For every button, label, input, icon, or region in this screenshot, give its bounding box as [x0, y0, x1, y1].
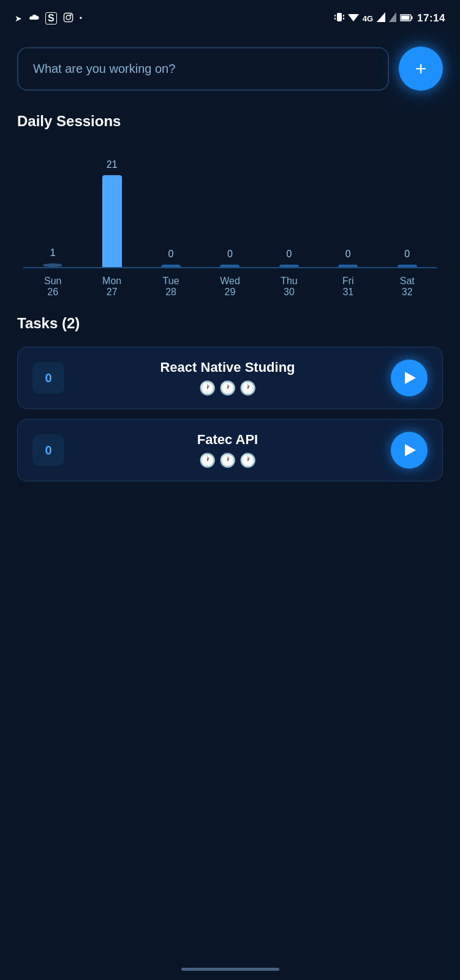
svg-rect-5 [343, 15, 344, 17]
bar-group-thu: 0 [260, 249, 319, 267]
svg-rect-7 [343, 18, 344, 20]
day-label-sun: Sun 26 [23, 276, 82, 298]
bottom-bar [0, 958, 460, 980]
day-name-thu: Thu [260, 276, 319, 287]
clock-icon-1b: 🕐 [219, 380, 236, 396]
play-icon-1 [405, 372, 416, 384]
bar-value-wed: 0 [227, 249, 233, 260]
chart-bars: 1 21 0 0 [17, 145, 443, 267]
day-label-thu: Thu 30 [260, 276, 319, 298]
svg-marker-8 [348, 14, 359, 21]
clock-icon-2b: 🕐 [219, 453, 236, 469]
daily-sessions-section: Daily Sessions 1 21 0 [17, 113, 443, 298]
clock-icon-1c: 🕐 [239, 380, 256, 396]
bar-group-mon: 21 [82, 159, 141, 267]
chart-container: 1 21 0 0 [17, 145, 443, 298]
day-num-sat: 32 [378, 287, 437, 298]
weather-icon [28, 13, 39, 24]
task-count-value-1: 0 [45, 371, 51, 385]
day-num-mon: 27 [82, 287, 141, 298]
bar-tue [161, 265, 181, 267]
task-count-badge-1: 0 [32, 362, 64, 394]
task-name-2: Fatec API [74, 432, 381, 448]
play-icon-2 [405, 444, 416, 456]
status-right-icons: 4G 17:14 [334, 12, 445, 25]
play-button-2[interactable] [391, 432, 428, 469]
day-num-thu: 30 [260, 287, 319, 298]
add-task-button[interactable]: + [399, 47, 443, 91]
status-time: 17:14 [417, 12, 445, 24]
clock-icon-2a: 🕐 [199, 453, 216, 469]
main-content: + Daily Sessions 1 21 0 [0, 34, 460, 503]
search-container: + [17, 47, 443, 91]
chart-labels: Sun 26 Mon 27 Tue 28 Wed 29 Thu 30 [17, 268, 443, 298]
day-label-fri: Fri 31 [319, 276, 377, 298]
task-info-2: Fatec API 🕐 🕐 🕐 [74, 432, 381, 469]
cellular-icon [377, 12, 385, 24]
svg-rect-6 [334, 18, 336, 20]
bar-value-sat: 0 [404, 249, 410, 260]
task-card-2[interactable]: 0 Fatec API 🕐 🕐 🕐 [17, 419, 443, 481]
signal-icon [389, 12, 396, 24]
bar-wed [220, 265, 239, 267]
status-bar: ➤ S • [0, 0, 460, 34]
svg-marker-9 [377, 12, 385, 22]
day-num-fri: 31 [319, 287, 377, 298]
instagram-icon [63, 12, 74, 24]
day-label-mon: Mon 27 [82, 276, 141, 298]
tasks-section-title: Tasks (2) [17, 315, 443, 332]
svg-point-1 [66, 15, 70, 20]
vibrate-icon [334, 12, 344, 25]
bar-group-fri: 0 [319, 249, 377, 267]
day-name-mon: Mon [82, 276, 141, 287]
bar-value-sun: 1 [50, 247, 56, 258]
bar-value-fri: 0 [345, 249, 351, 260]
bar-thu [279, 265, 299, 267]
task-count-badge-2: 0 [32, 434, 64, 466]
day-num-sun: 26 [23, 287, 82, 298]
notification-dot: • [80, 14, 82, 23]
day-num-tue: 28 [141, 287, 200, 298]
svg-rect-4 [334, 15, 336, 17]
day-name-wed: Wed [200, 276, 259, 287]
clock-icon-1a: 🕐 [199, 380, 216, 396]
task-count-value-2: 0 [45, 443, 51, 458]
day-label-wed: Wed 29 [200, 276, 259, 298]
day-label-sat: Sat 32 [378, 276, 437, 298]
task-clocks-1: 🕐 🕐 🕐 [74, 380, 381, 396]
battery-icon [400, 13, 413, 24]
day-name-fri: Fri [319, 276, 377, 287]
bar-group-wed: 0 [200, 249, 259, 267]
task-clocks-2: 🕐 🕐 🕐 [74, 453, 381, 469]
svg-rect-3 [337, 13, 342, 21]
signal-4g-label: 4G [363, 14, 373, 23]
send-icon: ➤ [15, 13, 22, 23]
clock-icon-2c: 🕐 [239, 453, 256, 469]
bar-group-tue: 0 [141, 249, 200, 267]
scribd-icon: S [45, 12, 57, 24]
svg-rect-13 [401, 16, 410, 20]
bar-value-tue: 0 [168, 249, 174, 260]
bar-sun [43, 263, 62, 267]
svg-marker-10 [389, 12, 396, 22]
day-name-tue: Tue [141, 276, 200, 287]
svg-point-2 [70, 15, 70, 15]
day-num-wed: 29 [200, 287, 259, 298]
bar-sat [398, 265, 417, 267]
task-name-1: React Native Studing [74, 360, 381, 375]
task-info-1: React Native Studing 🕐 🕐 🕐 [74, 360, 381, 396]
day-label-tue: Tue 28 [141, 276, 200, 298]
svg-rect-0 [64, 13, 72, 21]
task-card-1[interactable]: 0 React Native Studing 🕐 🕐 🕐 [17, 347, 443, 409]
status-left-icons: ➤ S • [15, 12, 82, 24]
daily-sessions-title: Daily Sessions [17, 113, 443, 130]
tasks-section: Tasks (2) 0 React Native Studing 🕐 🕐 🕐 0 [17, 315, 443, 481]
play-button-1[interactable] [391, 360, 428, 396]
home-indicator [181, 968, 279, 971]
day-name-sat: Sat [378, 276, 437, 287]
bar-value-thu: 0 [286, 249, 292, 260]
bar-value-mon: 21 [107, 159, 118, 170]
bar-mon [102, 175, 122, 267]
day-name-sun: Sun [23, 276, 82, 287]
search-input[interactable] [17, 47, 389, 91]
